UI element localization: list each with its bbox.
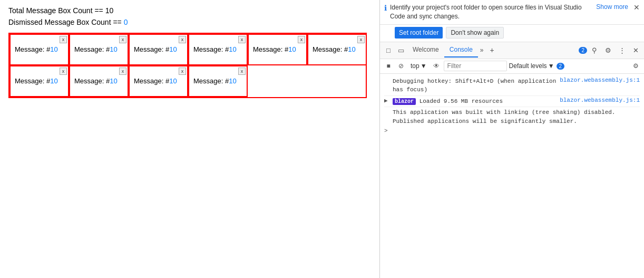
notification-text: Identify your project's root folder to o… [390,3,593,21]
message-row-1: x Message: #10 x Message: #10 x Message:… [9,34,366,65]
message-box-1-6: x Message: #10 [307,34,367,65]
close-button[interactable]: x [179,68,186,75]
close-button[interactable]: x [238,36,246,43]
message-box-1-1: x Message: #10 [9,34,69,65]
log-expand-arrow-2[interactable]: ▶ [384,97,391,104]
close-button[interactable]: x [60,68,67,75]
message-text: Message: #10 [74,38,123,53]
tab-console[interactable]: Console [444,43,478,57]
clear-console-icon[interactable]: ■ [383,61,394,71]
message-box-1-3: x Message: #10 [129,34,188,65]
log-text-1: Debugging hotkey: Shift+Alt+D (when appl… [393,77,558,94]
message-box-1-5: x Message: #10 [248,34,307,65]
message-box-2-3: x Message: #10 [129,65,188,97]
close-button[interactable]: x [119,36,126,43]
console-output: Debugging hotkey: Shift+Alt+D (when appl… [380,74,644,278]
notification-buttons: Set root folder Don't show again [380,25,644,42]
left-panel: Total Message Box Count == 10 Dismissed … [0,0,379,278]
console-toolbar: ■ ⊘ top ▼ 👁 Default levels ▼ 2 ⚙ [380,59,644,74]
log-text-2: blazor Loaded 9.56 MB resources [393,97,558,106]
console-settings-icon[interactable]: ⚙ [630,61,641,71]
set-root-folder-button[interactable]: Set root folder [395,27,443,39]
close-button[interactable]: x [298,36,305,43]
log-source-link-1[interactable]: blazor.webassembly.js:1 [560,77,640,83]
total-count: Total Message Box Count == 10 [8,6,371,15]
message-box-2-2: x Message: #10 [69,65,129,97]
message-text: Message: #10 [134,38,183,53]
more-tabs-icon[interactable]: » [478,43,486,57]
close-button[interactable]: x [238,68,246,75]
dont-show-again-button[interactable]: Don't show again [446,27,504,39]
close-button[interactable]: x [357,36,365,43]
settings-icon[interactable]: ⚙ [602,44,614,56]
message-text: Message: #10 [15,38,64,53]
devtools-panel: ℹ Identify your project's root folder to… [379,0,644,278]
log-levels-dropdown[interactable]: Default levels ▼ [509,62,554,70]
inspect-icon[interactable]: □ [382,44,395,56]
notification-banner: ℹ Identify your project's root folder to… [380,0,644,25]
log-extra-text: This application was built with linking … [384,107,640,127]
eye-icon[interactable]: 👁 [431,61,442,71]
log-prompt[interactable]: > [384,127,640,135]
message-box-1-2: x Message: #10 [69,34,129,65]
message-row-2: x Message: #10 x Message: #10 x Message:… [9,65,366,97]
log-line-1: Debugging hotkey: Shift+Alt+D (when appl… [384,76,640,96]
levels-badge: 2 [557,63,565,70]
show-more-link[interactable]: Show more [596,3,628,11]
close-button[interactable]: x [179,36,186,43]
error-badge: 2 [579,47,587,54]
message-text: Message: #10 [193,38,242,53]
message-text: Message: #10 [15,70,64,85]
message-box-2-1: x Message: #10 [9,65,69,97]
tab-welcome[interactable]: Welcome [407,43,444,57]
info-icon: ℹ [384,4,387,12]
message-grid: x Message: #10 x Message: #10 x Message:… [8,33,367,98]
devtools-right-icons: 2 ⚲ ⚙ ⋮ ✕ [577,44,642,56]
close-notification-icon[interactable]: ✕ [633,3,640,12]
block-icon[interactable]: ⊘ [396,61,406,71]
message-text: Message: #10 [313,38,362,53]
dismissed-count: Dismissed Message Box Count == 0 [8,18,371,26]
blazor-badge: blazor [393,98,416,105]
console-filter-input[interactable] [444,61,507,71]
device-icon[interactable]: ▭ [395,44,407,56]
log-source-link-2[interactable]: blazor.webassembly.js:1 [560,97,640,103]
more-options-icon[interactable]: ⋮ [616,44,628,56]
network-icon[interactable]: ⚲ [588,44,601,56]
close-button[interactable]: x [119,68,126,75]
message-box-2-4: x Message: #10 [188,65,248,97]
message-text: Message: #10 [134,70,183,85]
devtools-tabs: □ ▭ Welcome Console » + 2 ⚲ ⚙ ⋮ ✕ [380,42,644,59]
message-box-1-4: x Message: #10 [188,34,248,65]
message-text: Message: #10 [253,38,302,53]
close-button[interactable]: x [60,36,67,43]
context-selector[interactable]: top ▼ [408,61,429,71]
log-line-2: ▶ blazor Loaded 9.56 MB resources blazor… [384,96,640,108]
close-devtools-icon[interactable]: ✕ [629,44,642,56]
message-text: Message: #10 [74,70,123,85]
message-text: Message: #10 [193,70,242,85]
add-tab-icon[interactable]: + [486,43,499,57]
